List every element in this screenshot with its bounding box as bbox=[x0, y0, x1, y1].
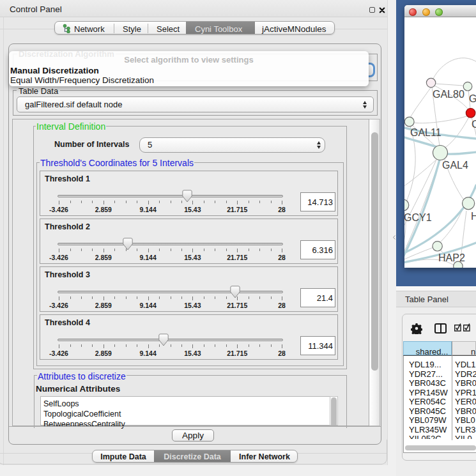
svg-text:G.: G. bbox=[469, 93, 476, 104]
svg-text:HAP2: HAP2 bbox=[438, 252, 465, 263]
svg-text:C: C bbox=[472, 119, 476, 130]
svg-text:GAL4: GAL4 bbox=[442, 160, 468, 171]
svg-text:H: H bbox=[471, 211, 476, 222]
svg-text:GAL80: GAL80 bbox=[433, 89, 464, 100]
svg-text:GCY1: GCY1 bbox=[404, 212, 432, 223]
svg-text:GAL11: GAL11 bbox=[410, 127, 441, 138]
